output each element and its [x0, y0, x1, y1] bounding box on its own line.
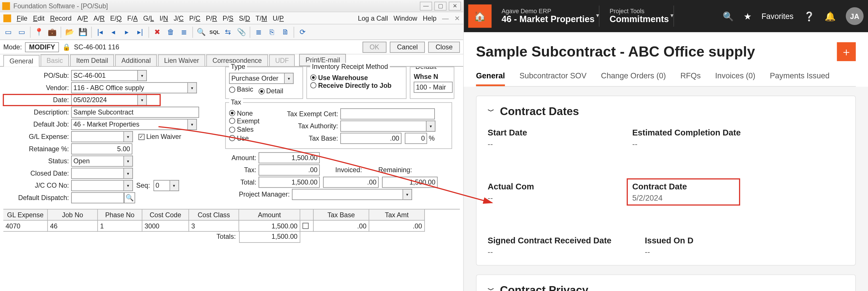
- default-job-input[interactable]: 46 - Market Properties: [71, 119, 188, 130]
- lien-waiver-check[interactable]: ✓Lien Waiver: [138, 133, 181, 141]
- tax-cert-input[interactable]: [340, 108, 435, 120]
- closed-date-input[interactable]: [71, 168, 124, 179]
- menu-item[interactable]: A/R: [93, 14, 104, 22]
- menu-item[interactable]: File: [17, 14, 27, 22]
- tax-base-input[interactable]: .00: [340, 133, 402, 144]
- trash-icon[interactable]: 🗑: [164, 26, 177, 38]
- status-input[interactable]: Open: [71, 156, 124, 167]
- inv-warehouse-radio[interactable]: Use Warehouse: [310, 74, 368, 82]
- tab-additional[interactable]: Additional: [116, 55, 157, 66]
- attach-icon[interactable]: 📎: [235, 26, 248, 38]
- menu-item[interactable]: Help: [423, 14, 437, 22]
- menu-item[interactable]: A/P: [77, 14, 88, 22]
- tax-use-radio[interactable]: Use: [229, 134, 249, 142]
- doc-icon[interactable]: 🗎: [279, 26, 291, 38]
- tab-sov[interactable]: Subcontractor SOV: [519, 67, 587, 86]
- inv-direct-radio[interactable]: Receive Directly to Job: [310, 82, 392, 89]
- dropdown-icon[interactable]: ▾: [124, 180, 133, 191]
- vendor-input[interactable]: 116 - ABC Office supply: [71, 83, 188, 94]
- briefcase-icon[interactable]: 💼: [46, 26, 59, 38]
- col-taxbase[interactable]: Tax Base: [314, 209, 369, 221]
- tab-rfqs[interactable]: RFQs: [680, 67, 701, 86]
- next-record-icon[interactable]: ▸: [121, 26, 133, 38]
- po-sub-input[interactable]: SC-46-001: [71, 70, 138, 81]
- col-amount[interactable]: Amount: [239, 209, 300, 221]
- seq-input[interactable]: 0: [153, 180, 170, 191]
- breadcrumb-project[interactable]: Agave Demo ERP 46 - Market Properties ▼: [497, 6, 600, 27]
- bell-icon[interactable]: 🔔: [825, 11, 836, 22]
- save-icon[interactable]: 💾: [77, 26, 89, 38]
- mdi-min-icon[interactable]: —: [442, 14, 448, 22]
- menu-item[interactable]: S/D: [239, 14, 250, 22]
- tab-payments[interactable]: Payments Issued: [770, 67, 830, 86]
- search-icon[interactable]: 🔍: [723, 11, 734, 22]
- dropdown-icon[interactable]: ▾: [124, 131, 133, 142]
- star-icon[interactable]: ★: [744, 11, 751, 22]
- pin-icon[interactable]: 📍: [33, 26, 45, 38]
- first-record-icon[interactable]: |◂: [94, 26, 106, 38]
- tab-general[interactable]: General: [476, 67, 505, 86]
- tax-pct-input[interactable]: 0: [405, 133, 427, 144]
- col-job[interactable]: Job No: [48, 209, 98, 221]
- menu-item[interactable]: F/A: [127, 14, 137, 22]
- copy-doc-icon[interactable]: ⎘: [266, 26, 278, 38]
- tab-lien-waiver[interactable]: Lien Waiver: [158, 55, 205, 66]
- dropdown-icon[interactable]: ▾: [124, 168, 133, 179]
- menu-item[interactable]: P/R: [206, 14, 217, 22]
- last-record-icon[interactable]: ▸|: [134, 26, 147, 38]
- retainage-input[interactable]: 5.00: [71, 143, 132, 154]
- favorites-label[interactable]: Favorites: [762, 12, 793, 21]
- default-dispatch-input[interactable]: [71, 192, 124, 203]
- cancel-button[interactable]: Cancel: [390, 41, 425, 53]
- menu-item[interactable]: Record: [50, 14, 71, 22]
- description-input[interactable]: Sample Subcontract: [71, 107, 199, 118]
- folder-open-icon[interactable]: 📂: [63, 26, 76, 38]
- dropdown-icon[interactable]: ▾: [403, 189, 412, 200]
- add-button[interactable]: ＋: [837, 42, 856, 61]
- tab-basic[interactable]: Basic: [40, 55, 69, 66]
- dropdown-icon[interactable]: ▾: [124, 156, 133, 167]
- menu-item[interactable]: Window: [394, 14, 417, 22]
- menu-item[interactable]: T/M: [256, 14, 267, 22]
- book-icon[interactable]: ▭: [16, 26, 28, 38]
- type-select[interactable]: Purchase Order: [229, 73, 285, 84]
- card-header[interactable]: ﹀Contract Dates: [488, 105, 844, 118]
- col-taxamt[interactable]: Tax Amt: [369, 209, 425, 221]
- close-window-button[interactable]: ✕: [448, 1, 461, 10]
- menu-item[interactable]: Log a Call: [358, 14, 388, 22]
- dropdown-icon[interactable]: ▾: [188, 83, 197, 94]
- sql-icon[interactable]: SQL: [209, 26, 221, 38]
- menu-item[interactable]: P/S: [223, 14, 233, 22]
- col-costcode[interactable]: Cost Code: [143, 209, 189, 221]
- col-chk[interactable]: [300, 209, 313, 221]
- lookup-icon[interactable]: 🔍: [124, 192, 135, 203]
- menu-item[interactable]: P/C: [189, 14, 200, 22]
- link-icon[interactable]: ⇆: [222, 26, 234, 38]
- jc-co-input[interactable]: [71, 180, 124, 191]
- type-basic-radio[interactable]: Basic: [229, 86, 253, 93]
- tab-invoices[interactable]: Invoices (0): [715, 67, 755, 86]
- menu-item[interactable]: E/Q: [110, 14, 122, 22]
- minimize-button[interactable]: —: [420, 1, 432, 10]
- type-detail-radio[interactable]: Detail: [258, 87, 283, 95]
- user-avatar[interactable]: JA: [846, 7, 864, 25]
- dropdown-icon[interactable]: ▾: [285, 73, 293, 84]
- tax-exempt-radio[interactable]: Exempt: [229, 117, 260, 125]
- menu-item[interactable]: I/N: [159, 14, 168, 22]
- whse-input[interactable]: 100 - Mair: [413, 82, 453, 93]
- home-button[interactable]: 🏠: [468, 4, 491, 28]
- dropdown-icon[interactable]: ▾: [170, 180, 179, 191]
- search-icon[interactable]: 🔍: [195, 26, 208, 38]
- col-gl[interactable]: GL Expense: [3, 209, 48, 221]
- tax-auth-input[interactable]: [340, 121, 427, 132]
- ok-button[interactable]: OK: [363, 41, 386, 53]
- mdi-close-icon[interactable]: ✕: [455, 14, 460, 22]
- dropdown-icon[interactable]: ▾: [138, 70, 147, 81]
- help-icon[interactable]: ❔: [804, 11, 815, 22]
- maximize-button[interactable]: ▢: [434, 1, 447, 10]
- date-input[interactable]: 05/02/2024: [71, 94, 138, 106]
- breadcrumb-tool[interactable]: Project Tools Commitments ▼: [605, 6, 674, 27]
- col-phase[interactable]: Phase No: [98, 209, 143, 221]
- prev-record-icon[interactable]: ◂: [107, 26, 120, 38]
- tab-general[interactable]: General: [3, 55, 39, 67]
